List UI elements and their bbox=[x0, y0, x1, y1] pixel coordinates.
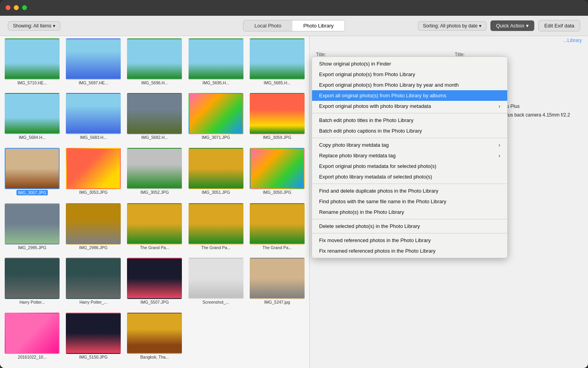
sorting-filter-button[interactable]: Sorting: All photos by date ▾ bbox=[418, 21, 486, 31]
photo-label: IMG_3051.JPG bbox=[202, 190, 230, 195]
menu-item-label: Find photos with the same file name in t… bbox=[319, 199, 446, 204]
photo-thumbnail bbox=[5, 148, 60, 189]
list-item[interactable]: IMG_3051.JPG bbox=[186, 148, 246, 202]
list-item[interactable]: IMG_5684.H... bbox=[2, 93, 62, 146]
list-item[interactable]: IMG_3071.JPG bbox=[186, 93, 246, 146]
menu-item-label: Batch edit photo titles in the Photo Lib… bbox=[319, 117, 414, 123]
list-item[interactable]: 20161022_10... bbox=[2, 313, 62, 366]
photo-thumbnail bbox=[250, 93, 305, 134]
list-item[interactable]: IMG_2986.JPG bbox=[64, 203, 123, 256]
tab-local-photo[interactable]: Local Photo bbox=[243, 20, 292, 31]
list-item[interactable]: IMG_3057.JPG bbox=[2, 148, 62, 202]
list-item[interactable]: The Grand Pa... bbox=[247, 203, 307, 256]
menu-item-replace-metadata-tag[interactable]: Replace photo library metdata tag› bbox=[312, 150, 507, 161]
photo-label: IMG_5696.H... bbox=[141, 80, 168, 85]
menu-item-label: Export original photo(s) from Photo Libr… bbox=[319, 71, 415, 77]
photo-label: IMG_5247.jpg bbox=[264, 300, 290, 304]
list-item[interactable]: IMG_2995.JPG bbox=[2, 203, 62, 256]
titlebar bbox=[0, 0, 588, 16]
edit-exif-button[interactable]: Edit Exif data bbox=[538, 20, 580, 31]
menu-item-fix-moved[interactable]: Fix moved referenced photos in the Photo… bbox=[312, 235, 507, 246]
photo-label: Harry Potter_... bbox=[80, 300, 107, 304]
photo-label: 20161022_10... bbox=[18, 355, 47, 359]
photo-thumbnail bbox=[127, 203, 182, 244]
list-item[interactable]: IMG_5696.H... bbox=[125, 38, 184, 91]
photo-thumbnail bbox=[66, 258, 121, 299]
menu-item-label: Fix moved referenced photos in the Photo… bbox=[319, 237, 431, 243]
minimize-button[interactable] bbox=[14, 5, 19, 10]
menu-item-batch-titles[interactable]: Batch edit photo titles in the Photo Lib… bbox=[312, 115, 507, 126]
list-item[interactable]: Screenshot_... bbox=[186, 258, 246, 311]
list-item[interactable]: Bangkok, Tha... bbox=[125, 313, 184, 366]
list-item[interactable]: IMG_3053.JPG bbox=[64, 148, 123, 202]
photo-label: IMG_2986.JPG bbox=[79, 245, 107, 250]
menu-item-export-library-meta[interactable]: Export photo library metadata of selecte… bbox=[312, 171, 507, 182]
photo-thumbnail bbox=[5, 203, 60, 244]
menu-item-label: Export all original photo(s) from Photo … bbox=[319, 93, 446, 98]
list-item[interactable]: IMG_5710.HE... bbox=[2, 38, 62, 91]
quick-action-button[interactable]: Quick Action ▾ bbox=[490, 20, 534, 31]
photo-label: IMG_5682.H... bbox=[141, 135, 168, 140]
menu-item-find-duplicates[interactable]: Find and delete duplicate photos in the … bbox=[312, 186, 507, 196]
list-item[interactable]: The Grand Pa... bbox=[125, 203, 184, 256]
photo-label: The Grand Pa... bbox=[201, 245, 230, 250]
list-item[interactable]: Harry Potter... bbox=[2, 258, 62, 311]
photo-thumbnail bbox=[250, 203, 305, 244]
list-item[interactable]: IMG_5150.JPG bbox=[64, 313, 123, 366]
menu-item-show-in-finder[interactable]: Show original photo(s) in Finder bbox=[312, 58, 507, 69]
photo-thumbnail bbox=[250, 258, 305, 299]
photo-label: IMG_3057.JPG bbox=[16, 190, 48, 195]
menu-item-batch-captions[interactable]: Batch edit photo captions in the Photo L… bbox=[312, 126, 507, 136]
photo-thumbnail bbox=[250, 38, 305, 80]
close-button[interactable] bbox=[5, 5, 11, 10]
photo-label: IMG_5683.H... bbox=[80, 135, 107, 140]
menu-item-export-original-meta[interactable]: Export original photo metadata for selec… bbox=[312, 161, 507, 171]
submenu-arrow-icon: › bbox=[499, 153, 500, 158]
photo-thumbnail bbox=[189, 203, 243, 244]
photo-label: Screenshot_... bbox=[203, 300, 229, 304]
list-item[interactable]: IMG_5695.H... bbox=[186, 38, 246, 91]
photo-label: IMG_5697.HE... bbox=[79, 80, 108, 85]
list-item[interactable]: IMG_5697.HE... bbox=[64, 38, 123, 91]
photo-thumbnail bbox=[66, 203, 121, 244]
main-layout: Showing: All Items ▾ Local Photo Photo L… bbox=[0, 16, 588, 368]
photo-thumbnail bbox=[5, 38, 60, 80]
list-item[interactable]: IMG_3059.JPG bbox=[247, 93, 307, 146]
menu-item-export-by-albums[interactable]: Export all original photo(s) from Photo … bbox=[312, 90, 507, 101]
menu-item-export-by-year[interactable]: Export original photo(s) from Photo Libr… bbox=[312, 80, 507, 90]
photo-thumbnail bbox=[189, 38, 243, 80]
menu-separator bbox=[312, 184, 507, 184]
menu-item-delete-selected[interactable]: Delete selected photo(s) in the Photo Li… bbox=[312, 221, 507, 231]
menu-item-export-original[interactable]: Export original photo(s) from Photo Libr… bbox=[312, 69, 507, 80]
menu-item-find-same-name[interactable]: Find photos with the same file name in t… bbox=[312, 196, 507, 207]
list-item[interactable]: IMG_5685.H... bbox=[247, 38, 307, 91]
list-item[interactable]: IMG_5682.H... bbox=[125, 93, 184, 146]
list-item[interactable]: The Grand Pa... bbox=[186, 203, 246, 256]
list-item[interactable]: IMG_5247.jpg bbox=[247, 258, 307, 311]
tab-group: Local Photo Photo Library bbox=[243, 20, 345, 31]
list-item[interactable]: Harry Potter_... bbox=[64, 258, 123, 311]
menu-separator bbox=[312, 113, 507, 113]
menu-item-fix-renamed[interactable]: Fix renamed referenced photos in the Pho… bbox=[312, 246, 507, 256]
photo-thumbnail bbox=[127, 38, 182, 80]
photo-label: IMG_3050.JPG bbox=[263, 190, 291, 195]
list-item[interactable]: IMG_3052.JPG bbox=[125, 148, 184, 202]
photo-label: IMG_5695.H... bbox=[203, 80, 229, 85]
menu-item-export-with-metadata[interactable]: Export original photos with photo librar… bbox=[312, 101, 507, 111]
photo-label: IMG_5684.H... bbox=[19, 135, 45, 140]
menu-item-label: Fix renamed referenced photos in the Pho… bbox=[319, 248, 436, 254]
tab-photo-library[interactable]: Photo Library bbox=[292, 20, 345, 31]
list-item[interactable]: IMG_5507.JPG bbox=[125, 258, 184, 311]
photo-thumbnail bbox=[66, 38, 121, 80]
menu-item-rename-photos[interactable]: Rename photo(s) in the Photo Library bbox=[312, 207, 507, 217]
menu-item-label: Batch edit photo captions in the Photo L… bbox=[319, 128, 422, 134]
menu-item-copy-metadata-tag[interactable]: Copy photo library metdata tag› bbox=[312, 140, 507, 150]
menu-separator bbox=[312, 138, 507, 138]
photo-thumbnail bbox=[189, 93, 243, 134]
showing-filter-button[interactable]: Showing: All Items ▾ bbox=[8, 21, 60, 31]
sorting-chevron-icon: ▾ bbox=[479, 23, 481, 29]
fullscreen-button[interactable] bbox=[22, 5, 27, 10]
list-item[interactable]: IMG_5683.H... bbox=[64, 93, 123, 146]
list-item[interactable]: IMG_3050.JPG bbox=[247, 148, 307, 202]
photo-thumbnail bbox=[66, 93, 121, 134]
